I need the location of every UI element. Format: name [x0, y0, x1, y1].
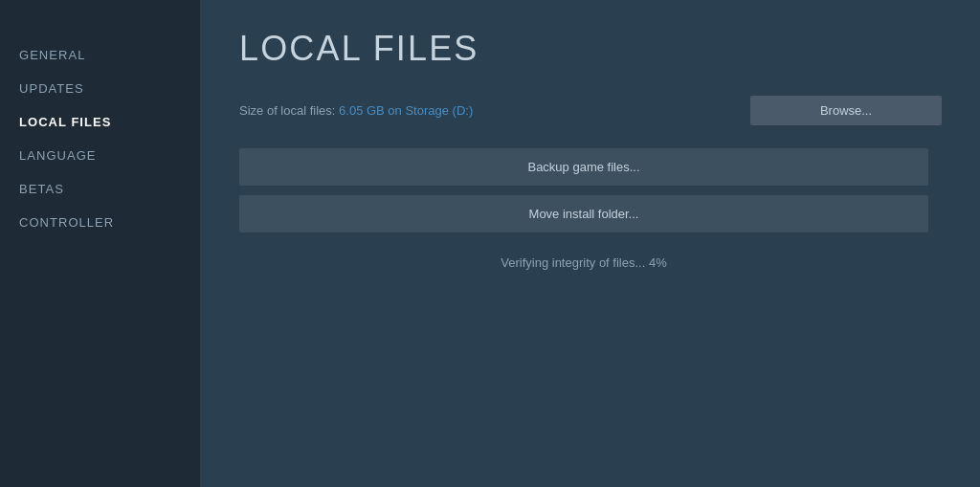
file-size-row: Size of local files: 6.05 GB on Storage …: [239, 96, 942, 125]
verify-status: Verifying integrity of files... 4%: [239, 255, 928, 270]
sidebar: GENERALUPDATESLOCAL FILESLANGUAGEBETASCO…: [0, 0, 201, 487]
sidebar-item-general[interactable]: GENERAL: [0, 38, 200, 72]
backup-button[interactable]: Backup game files...: [239, 148, 928, 186]
browse-button[interactable]: Browse...: [750, 96, 942, 125]
sidebar-item-betas[interactable]: BETAS: [0, 172, 200, 206]
file-size-label: Size of local files: 6.05 GB on Storage …: [239, 103, 473, 118]
file-size-value: 6.05 GB on Storage (D:): [339, 103, 473, 118]
move-install-button[interactable]: Move install folder...: [239, 195, 928, 232]
sidebar-item-local-files[interactable]: LOCAL FILES: [0, 105, 200, 139]
main-content: LOCAL FILES Size of local files: 6.05 GB…: [201, 0, 980, 487]
sidebar-item-updates[interactable]: UPDATES: [0, 72, 200, 105]
page-title: LOCAL FILES: [239, 29, 942, 69]
sidebar-item-language[interactable]: LANGUAGE: [0, 139, 200, 172]
sidebar-item-controller[interactable]: CONTROLLER: [0, 206, 200, 239]
